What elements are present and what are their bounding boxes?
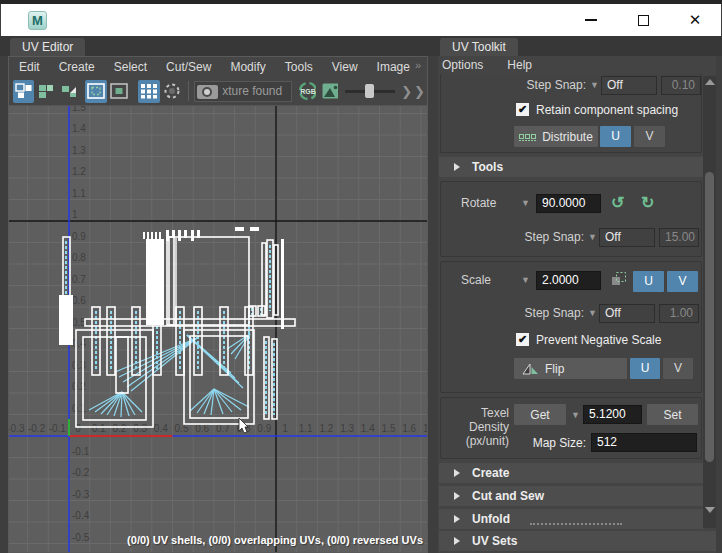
dim-image-slider[interactable] <box>345 81 395 102</box>
scale-tool-icon[interactable] <box>611 271 627 287</box>
minimize-button[interactable] <box>583 12 599 28</box>
menu-help[interactable]: Help <box>507 58 532 72</box>
menu-cut-sew[interactable]: Cut/Sew <box>166 60 211 74</box>
y-tick-label: 0.4 <box>72 338 86 349</box>
camera-icon <box>197 84 219 100</box>
rotate-ccw-icon[interactable]: ↺ <box>611 194 624 212</box>
flip-label: Flip <box>545 362 564 376</box>
distribute-label: Distribute <box>542 130 593 144</box>
y-tick-label: 0.3 <box>72 360 86 371</box>
scale-v-button[interactable]: V <box>667 271 698 292</box>
toolbar-overflow-chevrons[interactable]: ❯❯ <box>401 84 427 99</box>
texture-status-field[interactable]: xture found <box>194 81 292 102</box>
toolkit-scrollbar[interactable] <box>703 76 716 528</box>
slider-handle[interactable] <box>365 84 374 98</box>
x-tick-label: 0.3 <box>133 423 147 434</box>
scale-step-snap-mode[interactable]: Off <box>599 304 655 323</box>
menu-modify[interactable]: Modify <box>230 60 265 74</box>
uv-shell <box>178 230 181 241</box>
close-button[interactable]: ✕ <box>687 12 703 28</box>
y-tick-label: -0.2 <box>72 467 90 478</box>
section-tools[interactable]: Tools <box>439 157 703 177</box>
collapse-arrow-icon <box>454 492 460 500</box>
scrollbar-up-arrow[interactable] <box>703 76 716 88</box>
menu-view[interactable]: View <box>332 60 358 74</box>
distribute-button[interactable]: Distribute <box>514 126 598 147</box>
flip-u-button[interactable]: U <box>630 358 660 379</box>
y-tick-label: 1 <box>72 209 78 220</box>
pixel-snap-button[interactable] <box>161 80 182 103</box>
flip-button[interactable]: Flip <box>514 358 627 379</box>
distribute-u-button[interactable]: U <box>600 126 631 147</box>
retain-spacing-checkbox[interactable]: ✔ <box>516 103 529 116</box>
scrollbar-thumb[interactable] <box>705 172 714 462</box>
shell-border-button[interactable] <box>85 80 106 103</box>
get-button[interactable]: Get <box>514 404 566 425</box>
menu-image[interactable]: Image <box>377 60 410 74</box>
menu-create[interactable]: Create <box>59 60 95 74</box>
scale-group: Scale ▼ 2.0000 U V Step Snap: ▼ Off 1.00… <box>440 261 702 393</box>
window-right-edge <box>716 56 722 553</box>
tab-uv-toolkit[interactable]: UV Toolkit <box>440 38 518 56</box>
section-tools-label: Tools <box>472 160 503 174</box>
section-uv-sets[interactable]: UV Sets <box>439 531 717 551</box>
rotate-angle-input[interactable]: 90.0000 <box>536 194 601 213</box>
uv-shell <box>159 232 161 239</box>
scrollbar-down-arrow[interactable] <box>703 504 716 516</box>
menu-options[interactable]: Options <box>442 58 483 72</box>
y-tick-label: 1.2 <box>72 166 86 177</box>
scale-u-button[interactable]: U <box>633 271 664 292</box>
texel-density-group: Texel Density (px/unit) Get ▼ 5.1200 Set… <box>440 397 702 459</box>
section-unfold[interactable]: Unfold <box>439 509 703 529</box>
tab-strip: UV Editor UV Toolkit <box>0 36 722 56</box>
prevent-negative-scale-label: Prevent Negative Scale <box>536 333 661 347</box>
distribute-v-button[interactable]: V <box>634 126 665 147</box>
x-tick-label: 1.5 <box>382 423 396 434</box>
section-create[interactable]: Create <box>439 463 703 483</box>
tab-uv-editor[interactable]: UV Editor <box>10 38 85 56</box>
rotate-step-snap-mode[interactable]: Off <box>599 228 655 247</box>
image-display-icon[interactable] <box>322 83 338 99</box>
scale-label: Scale <box>461 273 491 287</box>
scale-dropdown-icon[interactable]: ▼ <box>521 275 530 285</box>
flip-v-button[interactable]: V <box>663 358 693 379</box>
grid-snap-button[interactable] <box>138 80 159 103</box>
menu-tools[interactable]: Tools <box>285 60 313 74</box>
scale-step-snap-dropdown-icon[interactable]: ▼ <box>588 308 597 318</box>
uv-canvas-area[interactable]: -0.3-0.2-0.100.10.20.30.40.50.60.70.80.9… <box>9 106 427 552</box>
maximize-button[interactable] <box>635 12 651 28</box>
prevent-negative-scale-checkbox[interactable]: ✔ <box>516 333 529 346</box>
section-uv-sets-label: UV Sets <box>472 534 517 548</box>
align-step-snap-label: Step Snap: <box>501 78 586 92</box>
rgb-channels-icon[interactable]: RGB <box>298 81 316 101</box>
rotate-step-snap-dropdown-icon[interactable]: ▼ <box>588 232 597 242</box>
menu-edit[interactable]: Edit <box>19 60 40 74</box>
stack-shells-button[interactable] <box>35 80 56 103</box>
texel-density-input[interactable]: 5.1200 <box>583 405 642 424</box>
x-tick-label: -0.1 <box>49 423 67 434</box>
rotate-dropdown-icon[interactable]: ▼ <box>521 198 530 208</box>
stack-shells-icon <box>37 83 55 99</box>
shell-inner-button[interactable] <box>108 80 129 103</box>
scale-step-snap-label: Step Snap: <box>499 306 584 320</box>
uv-editor-menubar: Edit Create Select Cut/Sew Modify Tools … <box>9 57 427 77</box>
y-tick-label: 0.5 <box>72 317 86 328</box>
map-size-input[interactable]: 512 <box>591 433 697 452</box>
rotate-cw-icon[interactable]: ↻ <box>641 194 654 212</box>
scale-value-input[interactable]: 2.0000 <box>536 271 601 290</box>
x-tick-label: 1.3 <box>340 423 354 434</box>
get-dropdown-icon[interactable]: ▼ <box>571 410 580 420</box>
layout-uvs-button[interactable] <box>13 80 34 103</box>
menu-overflow-chevron[interactable]: » <box>415 59 421 71</box>
x-tick-label: 1.1 <box>299 423 313 434</box>
section-cut-and-sew[interactable]: Cut and Sew <box>439 486 703 506</box>
orient-shells-button[interactable] <box>58 80 79 103</box>
set-button[interactable]: Set <box>647 404 698 425</box>
uv-canvas[interactable]: -0.3-0.2-0.100.10.20.30.40.50.60.70.80.9… <box>9 106 427 552</box>
menu-select[interactable]: Select <box>114 60 147 74</box>
align-step-snap-dropdown-icon[interactable]: ▼ <box>590 80 599 90</box>
titlebar: M ✕ <box>1 4 721 36</box>
map-size-label: Map Size: <box>501 436 586 450</box>
collapse-arrow-icon <box>454 537 460 545</box>
align-step-snap-mode[interactable]: Off <box>601 76 657 95</box>
